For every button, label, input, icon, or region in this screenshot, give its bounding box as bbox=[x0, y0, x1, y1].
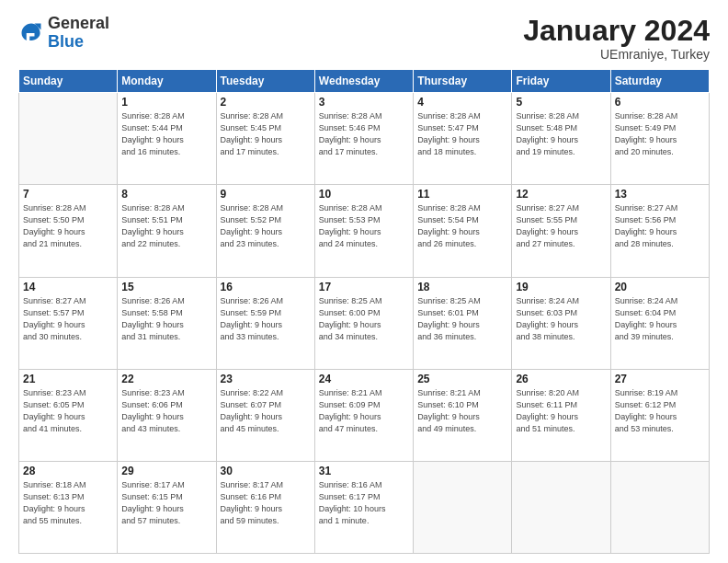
calendar-cell: 21Sunrise: 8:23 AM Sunset: 6:05 PM Dayli… bbox=[19, 369, 118, 461]
day-header-friday: Friday bbox=[512, 70, 610, 93]
day-info: Sunrise: 8:17 AM Sunset: 6:15 PM Dayligh… bbox=[121, 479, 211, 527]
day-info: Sunrise: 8:23 AM Sunset: 6:05 PM Dayligh… bbox=[23, 387, 113, 435]
day-number: 30 bbox=[221, 465, 311, 477]
day-info: Sunrise: 8:22 AM Sunset: 6:07 PM Dayligh… bbox=[221, 387, 311, 435]
day-number: 13 bbox=[615, 188, 705, 201]
calendar-cell: 2Sunrise: 8:28 AM Sunset: 5:45 PM Daylig… bbox=[216, 93, 314, 185]
day-number: 22 bbox=[121, 373, 211, 385]
calendar-cell: 16Sunrise: 8:26 AM Sunset: 5:59 PM Dayli… bbox=[216, 277, 314, 369]
day-header-saturday: Saturday bbox=[610, 70, 709, 93]
calendar-header-row: SundayMondayTuesdayWednesdayThursdayFrid… bbox=[19, 70, 710, 93]
calendar-cell: 18Sunrise: 8:25 AM Sunset: 6:01 PM Dayli… bbox=[414, 277, 512, 369]
calendar-table: SundayMondayTuesdayWednesdayThursdayFrid… bbox=[18, 69, 710, 554]
day-number: 12 bbox=[516, 188, 606, 201]
day-header-sunday: Sunday bbox=[19, 70, 118, 93]
day-number: 14 bbox=[23, 281, 113, 293]
calendar-cell: 31Sunrise: 8:16 AM Sunset: 6:17 PM Dayli… bbox=[314, 461, 413, 553]
calendar-cell: 17Sunrise: 8:25 AM Sunset: 6:00 PM Dayli… bbox=[314, 277, 413, 369]
day-number: 26 bbox=[516, 373, 606, 385]
calendar-cell: 9Sunrise: 8:28 AM Sunset: 5:52 PM Daylig… bbox=[216, 185, 314, 277]
calendar-cell: 12Sunrise: 8:27 AM Sunset: 5:55 PM Dayli… bbox=[512, 185, 610, 277]
calendar-cell: 5Sunrise: 8:28 AM Sunset: 5:48 PM Daylig… bbox=[512, 93, 610, 185]
calendar-cell: 22Sunrise: 8:23 AM Sunset: 6:06 PM Dayli… bbox=[118, 369, 216, 461]
day-number: 21 bbox=[23, 373, 113, 385]
day-info: Sunrise: 8:21 AM Sunset: 6:09 PM Dayligh… bbox=[319, 387, 409, 435]
calendar-week-1: 1Sunrise: 8:28 AM Sunset: 5:44 PM Daylig… bbox=[19, 93, 710, 185]
day-info: Sunrise: 8:23 AM Sunset: 6:06 PM Dayligh… bbox=[121, 387, 211, 435]
day-number: 31 bbox=[319, 465, 409, 477]
calendar-cell: 8Sunrise: 8:28 AM Sunset: 5:51 PM Daylig… bbox=[118, 185, 216, 277]
calendar-cell: 25Sunrise: 8:21 AM Sunset: 6:10 PM Dayli… bbox=[414, 369, 512, 461]
header: General Blue January 2024 UEmraniye, Tur… bbox=[18, 15, 710, 62]
day-info: Sunrise: 8:28 AM Sunset: 5:49 PM Dayligh… bbox=[615, 110, 705, 158]
day-info: Sunrise: 8:25 AM Sunset: 6:01 PM Dayligh… bbox=[417, 295, 507, 343]
calendar-cell: 3Sunrise: 8:28 AM Sunset: 5:46 PM Daylig… bbox=[314, 93, 413, 185]
day-header-monday: Monday bbox=[118, 70, 216, 93]
day-number: 6 bbox=[615, 96, 705, 109]
day-number: 27 bbox=[615, 373, 705, 385]
day-info: Sunrise: 8:28 AM Sunset: 5:54 PM Dayligh… bbox=[417, 202, 507, 250]
calendar-cell: 1Sunrise: 8:28 AM Sunset: 5:44 PM Daylig… bbox=[118, 93, 216, 185]
day-number: 18 bbox=[417, 281, 507, 293]
calendar-cell: 10Sunrise: 8:28 AM Sunset: 5:53 PM Dayli… bbox=[314, 185, 413, 277]
calendar-cell: 6Sunrise: 8:28 AM Sunset: 5:49 PM Daylig… bbox=[610, 93, 709, 185]
page: General Blue January 2024 UEmraniye, Tur… bbox=[0, 0, 728, 563]
day-info: Sunrise: 8:28 AM Sunset: 5:52 PM Dayligh… bbox=[221, 202, 311, 250]
day-info: Sunrise: 8:18 AM Sunset: 6:13 PM Dayligh… bbox=[23, 479, 113, 527]
day-number: 4 bbox=[417, 96, 507, 109]
day-number: 5 bbox=[516, 96, 606, 109]
calendar-cell: 28Sunrise: 8:18 AM Sunset: 6:13 PM Dayli… bbox=[19, 461, 118, 553]
day-header-wednesday: Wednesday bbox=[314, 70, 413, 93]
logo-general-text: General bbox=[48, 15, 109, 33]
day-header-thursday: Thursday bbox=[414, 70, 512, 93]
calendar-week-4: 21Sunrise: 8:23 AM Sunset: 6:05 PM Dayli… bbox=[19, 369, 710, 461]
day-info: Sunrise: 8:28 AM Sunset: 5:48 PM Dayligh… bbox=[516, 110, 606, 158]
calendar-cell: 30Sunrise: 8:17 AM Sunset: 6:16 PM Dayli… bbox=[216, 461, 314, 553]
logo-icon bbox=[18, 20, 44, 46]
day-number: 7 bbox=[23, 188, 113, 201]
day-number: 8 bbox=[121, 188, 211, 201]
calendar-cell: 15Sunrise: 8:26 AM Sunset: 5:58 PM Dayli… bbox=[118, 277, 216, 369]
day-info: Sunrise: 8:27 AM Sunset: 5:56 PM Dayligh… bbox=[615, 202, 705, 250]
day-info: Sunrise: 8:24 AM Sunset: 6:04 PM Dayligh… bbox=[615, 295, 705, 343]
day-number: 20 bbox=[615, 281, 705, 293]
calendar-cell: 13Sunrise: 8:27 AM Sunset: 5:56 PM Dayli… bbox=[610, 185, 709, 277]
calendar-cell bbox=[414, 461, 512, 553]
day-header-tuesday: Tuesday bbox=[216, 70, 314, 93]
day-info: Sunrise: 8:16 AM Sunset: 6:17 PM Dayligh… bbox=[319, 479, 409, 527]
title-block: January 2024 UEmraniye, Turkey bbox=[523, 15, 710, 62]
day-info: Sunrise: 8:28 AM Sunset: 5:53 PM Dayligh… bbox=[319, 202, 409, 250]
calendar-week-2: 7Sunrise: 8:28 AM Sunset: 5:50 PM Daylig… bbox=[19, 185, 710, 277]
day-info: Sunrise: 8:19 AM Sunset: 6:12 PM Dayligh… bbox=[615, 387, 705, 435]
day-number: 10 bbox=[319, 188, 409, 201]
calendar-cell bbox=[610, 461, 709, 553]
day-number: 23 bbox=[221, 373, 311, 385]
day-info: Sunrise: 8:24 AM Sunset: 6:03 PM Dayligh… bbox=[516, 295, 606, 343]
day-number: 3 bbox=[319, 96, 409, 109]
day-number: 28 bbox=[23, 465, 113, 477]
calendar-cell: 4Sunrise: 8:28 AM Sunset: 5:47 PM Daylig… bbox=[414, 93, 512, 185]
logo: General Blue bbox=[18, 15, 109, 52]
day-info: Sunrise: 8:27 AM Sunset: 5:55 PM Dayligh… bbox=[516, 202, 606, 250]
day-number: 15 bbox=[121, 281, 211, 293]
day-info: Sunrise: 8:28 AM Sunset: 5:50 PM Dayligh… bbox=[23, 202, 113, 250]
day-number: 19 bbox=[516, 281, 606, 293]
calendar-cell: 20Sunrise: 8:24 AM Sunset: 6:04 PM Dayli… bbox=[610, 277, 709, 369]
day-info: Sunrise: 8:28 AM Sunset: 5:51 PM Dayligh… bbox=[121, 202, 211, 250]
day-number: 1 bbox=[121, 96, 211, 109]
day-info: Sunrise: 8:28 AM Sunset: 5:47 PM Dayligh… bbox=[417, 110, 507, 158]
day-info: Sunrise: 8:21 AM Sunset: 6:10 PM Dayligh… bbox=[417, 387, 507, 435]
logo-blue-text: Blue bbox=[48, 33, 109, 52]
day-info: Sunrise: 8:17 AM Sunset: 6:16 PM Dayligh… bbox=[221, 479, 311, 527]
calendar-cell: 24Sunrise: 8:21 AM Sunset: 6:09 PM Dayli… bbox=[314, 369, 413, 461]
calendar-week-3: 14Sunrise: 8:27 AM Sunset: 5:57 PM Dayli… bbox=[19, 277, 710, 369]
day-info: Sunrise: 8:28 AM Sunset: 5:45 PM Dayligh… bbox=[221, 110, 311, 158]
day-info: Sunrise: 8:25 AM Sunset: 6:00 PM Dayligh… bbox=[319, 295, 409, 343]
calendar-cell: 19Sunrise: 8:24 AM Sunset: 6:03 PM Dayli… bbox=[512, 277, 610, 369]
calendar-cell bbox=[512, 461, 610, 553]
calendar-cell: 7Sunrise: 8:28 AM Sunset: 5:50 PM Daylig… bbox=[19, 185, 118, 277]
calendar-subtitle: UEmraniye, Turkey bbox=[523, 47, 710, 62]
calendar-week-5: 28Sunrise: 8:18 AM Sunset: 6:13 PM Dayli… bbox=[19, 461, 710, 553]
day-number: 24 bbox=[319, 373, 409, 385]
calendar-cell: 29Sunrise: 8:17 AM Sunset: 6:15 PM Dayli… bbox=[118, 461, 216, 553]
